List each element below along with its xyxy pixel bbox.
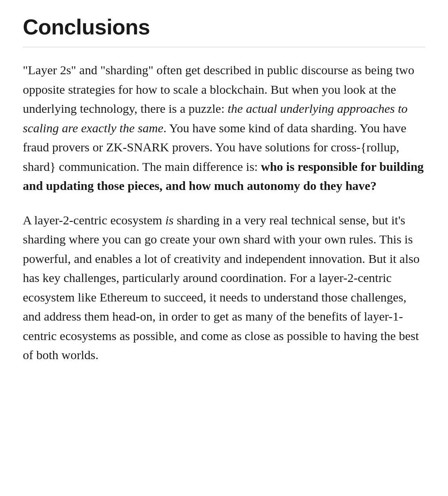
para2-italic: is xyxy=(165,213,173,227)
paragraph-2: A layer-2-centric ecosystem is sharding … xyxy=(23,211,425,365)
para2-text-2: sharding in a very real technical sense,… xyxy=(23,213,419,362)
page-title: Conclusions xyxy=(23,15,425,39)
section-divider xyxy=(23,47,425,47)
para2-text-1: A layer-2-centric ecosystem xyxy=(23,213,165,227)
paragraph-1: "Layer 2s" and "sharding" often get desc… xyxy=(23,61,425,196)
